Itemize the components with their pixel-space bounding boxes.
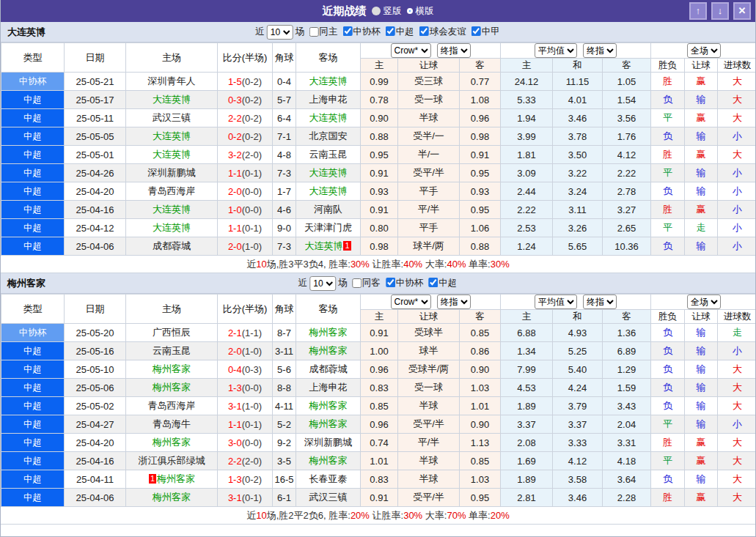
result-cell: 小 bbox=[718, 219, 756, 237]
match-type-cell: 中超 bbox=[1, 219, 65, 237]
full-time-score: 1-3 bbox=[228, 382, 242, 393]
match-row: 中超25-05-17大连英博0-3(0-2)5-7上海申花0.78受一球1.08… bbox=[1, 91, 756, 109]
average-odds-cell: 3.26 bbox=[553, 219, 603, 237]
average-odds-cell: 10.36 bbox=[603, 237, 651, 256]
away-team-name: 河南队 bbox=[314, 204, 342, 215]
match-type-cell: 中超 bbox=[1, 415, 65, 434]
vertical-layout-radio[interactable]: 竖版 bbox=[372, 5, 402, 18]
radio-selected-icon bbox=[372, 7, 381, 15]
handicap-odds-cell: 受半/一 bbox=[398, 127, 460, 146]
score-cell: 1-5(0-2) bbox=[218, 73, 273, 91]
average-odds-cell: 2.81 bbox=[501, 489, 553, 507]
handicap-odds-cell: 1.13 bbox=[460, 434, 501, 452]
home-team-name: 梅州客家 bbox=[153, 382, 191, 393]
title-bar: 近期战绩 竖版 横版 ↑ ↓ ✕ bbox=[1, 0, 755, 22]
summary-segment: 10 bbox=[256, 259, 266, 270]
away-team-cell: 深圳新鹏城 bbox=[296, 434, 361, 452]
move-up-button[interactable]: ↑ bbox=[689, 2, 707, 20]
match-type-cell: 中超 bbox=[1, 489, 65, 507]
score-cell: 2-1(1-1) bbox=[218, 324, 273, 342]
league-checkbox-label: 球会友谊 bbox=[430, 26, 466, 37]
league-checkbox[interactable] bbox=[386, 278, 395, 287]
score-cell: 1-3(0-2) bbox=[218, 470, 273, 489]
result-cell: 走 bbox=[718, 324, 756, 342]
result-cell: 负 bbox=[651, 127, 685, 146]
avg-time-select[interactable]: 终指 bbox=[583, 295, 617, 309]
score-cell: 0-4(0-3) bbox=[218, 360, 273, 379]
close-button[interactable]: ✕ bbox=[733, 2, 751, 20]
away-team-cell: 天津津门虎 bbox=[296, 219, 361, 237]
league-checkbox[interactable] bbox=[419, 26, 429, 36]
period-select[interactable]: 全场 bbox=[687, 43, 721, 58]
match-type-cell: 中超 bbox=[1, 127, 65, 146]
league-checkbox[interactable] bbox=[428, 278, 438, 287]
horizontal-layout-radio[interactable]: 横版 bbox=[407, 5, 434, 18]
result-cell: 输 bbox=[685, 127, 718, 146]
half-time-score: (0-0) bbox=[242, 437, 262, 448]
near-count-select[interactable]: 10 bbox=[267, 25, 293, 40]
half-time-score: (0-2) bbox=[242, 95, 262, 105]
summary-segment: 30% bbox=[491, 259, 510, 270]
average-odds-cell: 3.58 bbox=[553, 470, 603, 489]
avg-group-header: 平均值终指 bbox=[501, 295, 651, 310]
away-team-name: 梅州客家 bbox=[309, 345, 348, 356]
handicap-odds-cell: 半球 bbox=[398, 452, 460, 470]
corner-cell: 8-7 bbox=[273, 324, 296, 342]
match-date-cell: 25-04-20 bbox=[65, 182, 126, 201]
half-time-score: (0-0) bbox=[242, 204, 262, 215]
average-odds-cell: 3.46 bbox=[553, 489, 603, 507]
move-down-button[interactable]: ↓ bbox=[711, 2, 729, 20]
result-group-header: 全场 bbox=[651, 295, 756, 310]
near-count-select[interactable]: 10 bbox=[309, 276, 336, 291]
league-checkbox[interactable] bbox=[342, 26, 352, 36]
result-group-header: 全场 bbox=[651, 43, 756, 59]
score-cell: 2-0(1-0) bbox=[218, 237, 273, 256]
col-header-type: 类型 bbox=[1, 43, 65, 73]
league-checkbox[interactable] bbox=[471, 26, 481, 36]
period-select[interactable]: 全场 bbox=[687, 295, 721, 309]
corner-cell: 7-3 bbox=[273, 164, 296, 182]
half-time-score: (0-2) bbox=[242, 76, 262, 87]
full-time-score: 0-4 bbox=[228, 364, 242, 375]
result-cell: 赢 bbox=[685, 201, 718, 219]
average-odds-cell: 24.12 bbox=[501, 73, 553, 91]
handicap-odds-cell: 0.90 bbox=[361, 109, 398, 127]
match-date-cell: 25-05-02 bbox=[65, 397, 126, 415]
average-odds-cell: 3.11 bbox=[553, 201, 603, 219]
away-team-cell: 梅州客家 bbox=[296, 324, 361, 342]
away-team-name: 大连英博 bbox=[309, 167, 348, 178]
away-team-name: 大连英博 bbox=[309, 185, 348, 196]
same-home-checkbox[interactable] bbox=[309, 27, 318, 37]
odds-time-select[interactable]: 终指 bbox=[437, 295, 471, 309]
avg-select[interactable]: 平均值 bbox=[535, 43, 577, 58]
score-cell: 1-3(0-0) bbox=[218, 379, 273, 397]
away-team-cell: 梅州客家 bbox=[296, 342, 361, 360]
match-type-cell: 中超 bbox=[1, 360, 65, 379]
match-row: 中超25-04-06梅州客家3-1(0-1)6-1武汉三镇0.91受平/半0.9… bbox=[1, 489, 756, 507]
handicap-odds-cell: 平/半 bbox=[398, 201, 460, 219]
col-header-home: 主场 bbox=[126, 43, 218, 73]
avg-time-select[interactable]: 终指 bbox=[583, 43, 617, 58]
home-team-cell: 青岛西海岸 bbox=[126, 182, 218, 201]
handicap-odds-cell: 0.91 bbox=[361, 164, 398, 182]
home-team-name: 云南玉昆 bbox=[153, 345, 191, 356]
summary-segment: 30% bbox=[351, 259, 370, 270]
bookmaker-select[interactable]: Crow* bbox=[391, 295, 431, 309]
home-team-cell: 广西恒辰 bbox=[126, 324, 218, 342]
league-checkbox[interactable] bbox=[386, 26, 395, 36]
col-header-away: 客场 bbox=[296, 43, 361, 73]
handicap-odds-cell: 0.93 bbox=[361, 182, 398, 201]
handicap-odds-cell: 1.01 bbox=[460, 397, 501, 415]
match-row: 中超25-04-16大连英博1-0(0-0)4-6河南队0.91平/半0.952… bbox=[1, 201, 756, 219]
bookmaker-select[interactable]: Crow* bbox=[391, 43, 431, 58]
away-team-name: 成都蓉城 bbox=[309, 363, 348, 374]
home-team-cell: 梅州客家 bbox=[126, 379, 218, 397]
average-odds-cell: 1.76 bbox=[603, 127, 651, 146]
sub-header-odds-home: 主 bbox=[361, 310, 398, 324]
handicap-odds-cell: 0.91 bbox=[361, 324, 398, 342]
avg-select[interactable]: 平均值 bbox=[535, 295, 577, 309]
odds-time-select[interactable]: 终指 bbox=[437, 43, 471, 58]
same-away-checkbox[interactable] bbox=[352, 278, 362, 288]
away-team-cell: 成都蓉城 bbox=[296, 360, 361, 379]
near-label: 近 bbox=[255, 26, 265, 38]
